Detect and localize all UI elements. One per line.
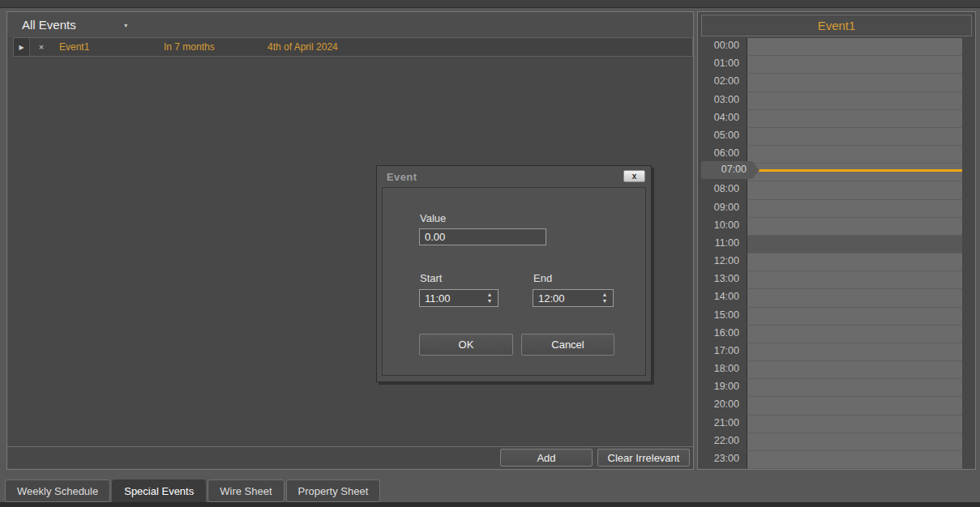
schedule-row: 08:00 [701, 181, 962, 199]
schedule-cell[interactable] [747, 92, 962, 110]
event-list-row[interactable]: ▶ × Event1 In 7 months 4th of April 2024 [13, 37, 693, 57]
time-marker-tag[interactable]: 07:00 [701, 161, 760, 179]
time-label: 05:00 [701, 128, 747, 146]
schedule-row: 10:00 [701, 218, 962, 236]
end-time-spinner: ▲ ▼ [599, 292, 610, 305]
schedule-cell[interactable] [747, 343, 962, 361]
time-label: 18:00 [701, 361, 747, 379]
row-remove-button[interactable]: × [30, 38, 53, 56]
schedule-row: 04:00 [701, 110, 962, 128]
schedule-row: 15:00 [701, 308, 962, 326]
events-filter-dropdown[interactable]: All Events ▼ [22, 18, 129, 32]
event-name: Event1 [53, 38, 157, 56]
dialog-titlebar[interactable]: Event x [377, 166, 651, 187]
value-field-text: 0.00 [425, 231, 546, 243]
schedule-cell[interactable] [747, 289, 962, 307]
schedule-cell[interactable] [747, 433, 962, 451]
time-label: 23:00 [701, 451, 747, 469]
day-schedule-panel: Event1 07:00 00:0001:0002:0003:0004:0005… [697, 11, 976, 470]
schedule-cell[interactable] [747, 146, 962, 164]
time-marker-line[interactable] [758, 169, 962, 172]
time-label: 19:00 [701, 379, 747, 397]
schedule-row: 03:00 [701, 92, 962, 110]
time-label: 15:00 [701, 308, 747, 326]
schedule-cell[interactable] [747, 254, 962, 271]
schedule-cell[interactable] [747, 308, 962, 326]
tab-wire-sheet[interactable]: Wire Sheet [208, 479, 284, 502]
schedule-row: 18:00 [701, 361, 962, 379]
events-filter-bar: All Events ▼ [7, 12, 693, 37]
spin-up-icon[interactable]: ▲ [484, 292, 495, 298]
time-label: 17:00 [701, 343, 747, 361]
schedule-cell[interactable] [747, 38, 962, 56]
time-label: 12:00 [701, 254, 747, 271]
end-label: End [533, 272, 552, 284]
schedule-row: 09:00 [701, 200, 962, 218]
time-label: 22:00 [701, 433, 747, 451]
ok-button[interactable]: OK [419, 334, 513, 356]
schedule-row: 11:00 [701, 236, 962, 254]
add-button[interactable]: Add [500, 449, 593, 467]
time-label: 20:00 [701, 397, 747, 415]
time-label: 13:00 [701, 271, 747, 289]
clear-irrelevant-button[interactable]: Clear Irrelevant [597, 449, 690, 467]
schedule-row: 12:00 [701, 254, 962, 271]
close-icon[interactable]: x [623, 170, 645, 182]
window-bottom-strip [0, 502, 980, 507]
row-expander-button[interactable]: ▶ [14, 38, 30, 56]
schedule-cell[interactable] [747, 415, 962, 433]
window-top-strip [0, 0, 980, 8]
time-label: 01:00 [701, 56, 747, 74]
time-label: 11:00 [701, 236, 747, 254]
event-relative-time: In 7 months [157, 38, 261, 56]
value-field[interactable]: 0.00 [419, 228, 546, 245]
schedule-cell[interactable] [747, 110, 962, 128]
time-label: 06:00 [701, 146, 747, 164]
tab-special-events[interactable]: Special Events [112, 479, 206, 502]
end-time-field[interactable]: 12:00 ▲ ▼ [533, 289, 614, 307]
schedule-row: 14:00 [701, 289, 962, 307]
schedule-cell[interactable] [747, 56, 962, 74]
schedule-row: 23:00 [701, 451, 962, 469]
schedule-row: 06:00 [701, 146, 962, 164]
dialog-content: Value 0.00 Start 11:00 ▲ ▼ End 12:00 ▲ ▼… [382, 187, 646, 376]
schedule-cell[interactable] [747, 74, 962, 92]
expander-arrow-icon: ▶ [19, 44, 24, 51]
spin-down-icon[interactable]: ▼ [599, 298, 610, 305]
schedule-cell[interactable] [747, 271, 962, 289]
dialog-title: Event [387, 171, 417, 183]
schedule-row: 02:00 [701, 74, 962, 92]
time-label: 09:00 [701, 200, 747, 218]
schedule-cell[interactable] [747, 379, 962, 397]
schedule-row: 01:00 [701, 56, 962, 74]
spin-down-icon[interactable]: ▼ [484, 298, 495, 305]
events-footer-bar: Add Clear Irrelevant [7, 446, 693, 469]
start-time-field[interactable]: 11:00 ▲ ▼ [419, 289, 499, 307]
schedule-cell[interactable] [747, 128, 962, 146]
schedule-title: Event1 [818, 19, 856, 32]
time-label: 00:00 [701, 38, 747, 56]
schedule-row: 13:00 [701, 271, 962, 289]
schedule-row: 20:00 [701, 397, 962, 415]
schedule-cell[interactable] [747, 397, 962, 415]
tab-weekly-schedule[interactable]: Weekly Schedule [5, 479, 110, 502]
cancel-button[interactable]: Cancel [521, 334, 614, 356]
event-dialog: Event x Value 0.00 Start 11:00 ▲ ▼ End 1… [376, 165, 652, 382]
schedule-row: 22:00 [701, 433, 962, 451]
schedule-cell[interactable] [747, 326, 962, 343]
schedule-cell[interactable] [747, 361, 962, 379]
time-label: 02:00 [701, 74, 747, 92]
schedule-grid: 07:00 00:0001:0002:0003:0004:0005:0006:0… [701, 38, 962, 469]
schedule-cell[interactable] [747, 451, 962, 469]
spin-up-icon[interactable]: ▲ [599, 292, 610, 298]
schedule-cell[interactable] [747, 164, 962, 181]
schedule-row: 16:00 [701, 326, 962, 343]
schedule-cell[interactable] [747, 181, 962, 199]
value-label: Value [420, 212, 446, 224]
schedule-cell[interactable] [747, 236, 962, 254]
schedule-row: 19:00 [701, 379, 962, 397]
time-label: 16:00 [701, 326, 747, 343]
schedule-cell[interactable] [747, 200, 962, 218]
tab-property-sheet[interactable]: Property Sheet [286, 479, 381, 502]
schedule-cell[interactable] [747, 218, 962, 236]
